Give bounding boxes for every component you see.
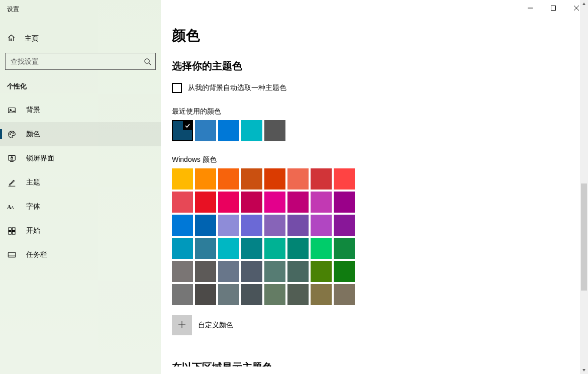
color-swatch[interactable]	[241, 261, 262, 282]
scroll-thumb[interactable]	[581, 183, 587, 291]
recent-color-swatch[interactable]	[264, 120, 285, 141]
custom-color-button[interactable]	[172, 315, 192, 335]
color-swatch[interactable]	[334, 192, 355, 213]
sidebar-item-label: 字体	[26, 202, 40, 211]
sidebar-item-label: 任务栏	[26, 250, 47, 259]
svg-rect-13	[11, 157, 12, 159]
windows-colors-label: Windows 颜色	[172, 155, 580, 164]
svg-rect-21	[8, 252, 15, 257]
search-input[interactable]	[5, 53, 156, 70]
color-swatch[interactable]	[287, 168, 309, 190]
color-swatch[interactable]	[218, 192, 239, 213]
minimize-button[interactable]	[519, 0, 542, 16]
color-swatch[interactable]	[334, 284, 355, 305]
color-swatch[interactable]	[218, 238, 239, 259]
color-swatch[interactable]	[334, 238, 355, 259]
recent-color-swatch[interactable]	[172, 120, 193, 141]
color-swatch[interactable]	[264, 284, 285, 305]
color-swatch[interactable]	[241, 284, 262, 305]
color-swatch[interactable]	[195, 261, 216, 282]
sidebar-item-background[interactable]: 背景	[0, 98, 161, 122]
svg-rect-18	[12, 227, 15, 230]
sidebar-item-colors[interactable]: 颜色	[0, 122, 161, 146]
color-swatch[interactable]	[241, 192, 262, 213]
auto-pick-label: 从我的背景自动选取一种主题色	[188, 83, 286, 92]
recent-color-swatch[interactable]	[241, 120, 262, 141]
palette-icon	[7, 130, 16, 139]
content: 颜色 选择你的主题色 从我的背景自动选取一种主题色 最近使用的颜色 Window…	[161, 0, 580, 374]
fonts-icon: AA	[7, 202, 16, 211]
color-swatch[interactable]	[172, 192, 193, 213]
sidebar-item-fonts[interactable]: AA字体	[0, 195, 161, 219]
brush-icon	[7, 178, 16, 187]
sidebar-item-taskbar[interactable]: 任务栏	[0, 243, 161, 267]
app-title: 设置	[0, 0, 161, 16]
color-swatch[interactable]	[264, 215, 285, 236]
maximize-button[interactable]	[542, 0, 565, 16]
home-label: 主页	[25, 34, 39, 43]
color-swatch[interactable]	[218, 215, 239, 236]
sidebar-item-label: 锁屏界面	[26, 154, 54, 163]
color-swatch[interactable]	[311, 238, 332, 259]
color-swatch[interactable]	[264, 238, 285, 259]
custom-color-label: 自定义颜色	[198, 321, 233, 330]
svg-marker-26	[582, 369, 585, 371]
color-swatch[interactable]	[287, 261, 309, 282]
color-swatch[interactable]	[172, 261, 193, 282]
color-swatch[interactable]	[172, 168, 193, 190]
color-swatch[interactable]	[195, 192, 216, 213]
scroll-down-icon[interactable]	[580, 366, 588, 374]
color-swatch[interactable]	[334, 261, 355, 282]
scrollbar[interactable]	[580, 0, 588, 374]
color-swatch[interactable]	[334, 215, 355, 236]
picture-icon	[7, 106, 16, 115]
color-swatch[interactable]	[311, 284, 332, 305]
recent-color-swatch[interactable]	[195, 120, 216, 141]
sidebar-item-themes[interactable]: 主题	[0, 170, 161, 195]
start-icon	[7, 226, 16, 235]
lock-monitor-icon	[7, 154, 16, 163]
auto-pick-checkbox[interactable]: 从我的背景自动选取一种主题色	[172, 83, 580, 93]
search-field[interactable]	[10, 57, 143, 66]
color-swatch[interactable]	[218, 168, 239, 190]
home-button[interactable]: 主页	[0, 29, 161, 49]
scroll-track[interactable]	[580, 8, 588, 366]
svg-rect-17	[8, 227, 11, 230]
svg-point-4	[144, 58, 149, 63]
color-swatch[interactable]	[241, 238, 262, 259]
sidebar-item-label: 主题	[26, 178, 40, 187]
recent-color-swatch[interactable]	[218, 120, 239, 141]
color-swatch[interactable]	[311, 261, 332, 282]
color-swatch[interactable]	[172, 284, 193, 305]
color-swatch[interactable]	[241, 215, 262, 236]
color-swatch[interactable]	[311, 215, 332, 236]
color-swatch[interactable]	[287, 238, 309, 259]
color-swatch[interactable]	[195, 168, 216, 190]
sidebar-item-lockscreen[interactable]: 锁屏界面	[0, 146, 161, 170]
color-swatch[interactable]	[264, 192, 285, 213]
color-swatch[interactable]	[311, 192, 332, 213]
sidebar-item-label: 颜色	[26, 130, 40, 139]
color-swatch[interactable]	[287, 284, 309, 305]
search-icon	[143, 57, 151, 65]
plus-icon	[178, 321, 186, 330]
home-icon	[7, 34, 16, 44]
color-swatch[interactable]	[241, 168, 262, 190]
color-swatch[interactable]	[287, 215, 309, 236]
color-swatch[interactable]	[334, 168, 355, 190]
color-swatch[interactable]	[287, 192, 309, 213]
color-swatch[interactable]	[195, 238, 216, 259]
color-swatch[interactable]	[311, 168, 332, 190]
color-swatch[interactable]	[218, 261, 239, 282]
color-swatch[interactable]	[195, 215, 216, 236]
color-swatch[interactable]	[264, 261, 285, 282]
show-accent-heading: 在以下区域显示主题色	[172, 360, 272, 374]
color-swatch[interactable]	[264, 168, 285, 190]
color-swatch[interactable]	[172, 238, 193, 259]
close-button[interactable]	[565, 0, 588, 16]
choose-accent-heading: 选择你的主题色	[172, 59, 580, 73]
color-swatch[interactable]	[172, 215, 193, 236]
sidebar-item-start[interactable]: 开始	[0, 219, 161, 243]
color-swatch[interactable]	[195, 284, 216, 305]
color-swatch[interactable]	[218, 284, 239, 305]
